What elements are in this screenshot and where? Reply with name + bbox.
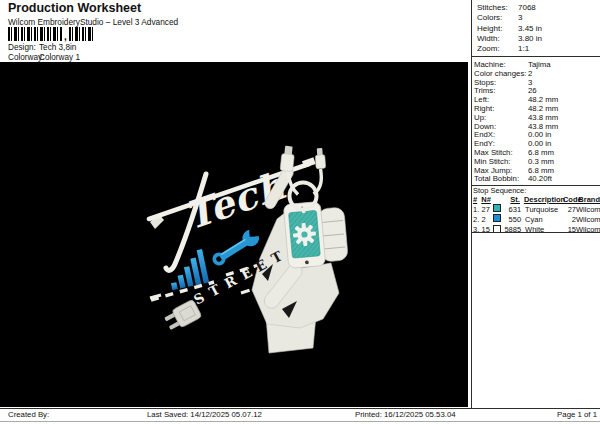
stop-sequence-row: 3. 15 5885 White 15 Wilcom [473, 225, 600, 235]
dash-near-plug [150, 295, 161, 298]
barcode: , [8, 26, 95, 41]
stop-sequence-row: 1. 27 631 Turquoise 27 Wilcom [473, 204, 600, 214]
design-value: Tech 3,8in [39, 43, 76, 52]
page-title: Production Worksheet [8, 1, 141, 15]
page-bottom-edge [0, 421, 600, 422]
barcode-bars-left [8, 27, 62, 41]
barcode-bars-right [69, 27, 95, 41]
last-saved-label: Last Saved: 14/12/2025 05.07.12 [147, 410, 262, 419]
colorway-label: Colorway: [8, 53, 39, 62]
machine-info-panel: Machine:Tajima Color changes:2 Stops:3 T… [474, 61, 599, 184]
footer-divider [0, 408, 600, 409]
colorway-row: Colorway: Colorway 1 [8, 53, 80, 62]
stat-row: Height:3.45 in [477, 24, 597, 34]
stat-row: Stitches:7068 [477, 3, 597, 13]
stat-row: Width:3.80 in [477, 34, 597, 44]
stop-sequence-row: 2. 2 550 Cyan 2 Wilcom [473, 214, 600, 224]
colorway-value: Colorway 1 [39, 53, 80, 62]
stat-row: Zoom:1:1 [477, 44, 597, 54]
stat-row: Colors:3 [477, 13, 597, 23]
tech-street-embroidery-design: Tech [0, 62, 468, 407]
stop-sequence-top-divider [471, 185, 600, 186]
stop-sequence-bottom-divider [471, 232, 600, 233]
design-row: Design: Tech 3,8in [8, 43, 76, 52]
color-swatch [493, 204, 501, 212]
page-number-label: Page 1 of 1 [557, 410, 597, 419]
production-worksheet-page: Production Worksheet Wilcom EmbroiderySt… [0, 0, 600, 424]
rod-tip [302, 157, 316, 168]
stats-divider [471, 56, 600, 57]
stop-sequence-header: # N# St. Description Code Brand [473, 195, 600, 204]
usb-connector-icon [280, 145, 295, 171]
design-label: Design: [8, 43, 39, 52]
barcode-comma: , [64, 32, 67, 41]
color-swatch [493, 214, 501, 222]
printed-label: Printed: 16/12/2025 05.53.04 [355, 410, 456, 419]
stop-sequence-title: Stop Sequence: [473, 186, 600, 195]
design-stats-panel: Stitches:7068 Colors:3 Height:3.45 in Wi… [477, 3, 597, 54]
cable-neck [303, 210, 304, 214]
machine-row: Total Bobbin:40.20ft [474, 175, 599, 184]
design-preview-canvas: Tech [0, 62, 468, 407]
created-by-label: Created By: [8, 410, 49, 419]
lightning-connector-icon [315, 148, 326, 169]
sidebar-divider [471, 0, 472, 408]
stop-sequence-panel: Stop Sequence: # N# St. Description Code… [473, 186, 600, 235]
